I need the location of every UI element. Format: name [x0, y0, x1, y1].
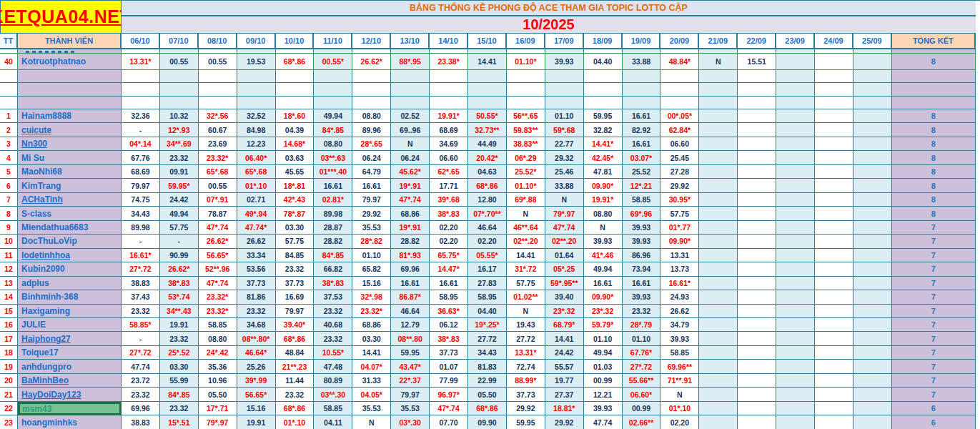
value-cell[interactable]: 12.23 [237, 137, 276, 151]
value-cell[interactable] [584, 83, 623, 96]
value-cell[interactable]: 02**.20 [545, 235, 584, 248]
value-cell[interactable] [738, 277, 776, 290]
value-cell[interactable] [623, 70, 661, 83]
value-cell[interactable]: 14.41 [545, 332, 584, 345]
value-cell[interactable]: 14.41 [352, 346, 391, 360]
value-cell[interactable] [699, 290, 738, 304]
value-cell[interactable]: 06.24 [352, 151, 391, 164]
value-cell[interactable]: 84.98 [237, 123, 276, 137]
value-cell[interactable]: 01***.40 [314, 165, 352, 179]
value-cell[interactable]: 47*.74 [199, 221, 237, 235]
row-number[interactable]: 16 [0, 318, 18, 332]
value-cell[interactable]: 28*.65 [352, 137, 391, 151]
date-column-header[interactable]: 19/09 [623, 34, 661, 48]
value-cell[interactable] [738, 318, 776, 332]
value-cell[interactable]: 68*.86 [276, 332, 315, 345]
row-number[interactable]: 23 [0, 415, 18, 429]
date-column-header[interactable]: 24/09 [815, 34, 853, 48]
value-cell[interactable]: 81.86 [237, 290, 276, 304]
value-cell[interactable]: 13.73 [660, 262, 699, 276]
value-cell[interactable] [699, 193, 738, 207]
value-cell[interactable]: 77.99 [430, 374, 468, 388]
value-cell[interactable] [776, 83, 815, 96]
member-name[interactable]: MaoNhi68 [18, 165, 122, 179]
value-cell[interactable] [815, 137, 853, 151]
member-name[interactable]: S-class [18, 207, 122, 220]
value-cell[interactable] [352, 70, 391, 83]
value-cell[interactable]: 16.61* [660, 277, 699, 290]
value-cell[interactable]: 03.30 [276, 221, 315, 235]
date-column-header[interactable]: 13/10 [391, 34, 430, 48]
value-cell[interactable]: 19.91* [584, 193, 623, 207]
value-cell[interactable] [237, 97, 276, 109]
value-cell[interactable] [776, 151, 815, 164]
value-cell[interactable]: 23.32 [623, 305, 661, 318]
value-cell[interactable]: 33.88 [623, 54, 661, 70]
value-cell[interactable] [853, 83, 892, 96]
value-cell[interactable]: 37.73 [237, 277, 276, 290]
value-cell[interactable]: 03.07* [623, 151, 661, 164]
value-cell[interactable]: 11.44 [276, 374, 315, 388]
value-cell[interactable]: 23.32 [276, 388, 315, 401]
value-cell[interactable]: 47.74 [122, 360, 160, 373]
value-cell[interactable] [853, 207, 892, 220]
value-cell[interactable] [853, 165, 892, 179]
value-cell[interactable]: 58.95 [430, 290, 468, 304]
value-cell[interactable] [853, 70, 892, 83]
member-name[interactable]: JULIE [18, 318, 122, 332]
value-cell[interactable]: 02.66** [623, 415, 661, 429]
value-cell[interactable]: 65.82 [352, 262, 391, 276]
value-cell[interactable]: 96.97* [430, 388, 468, 401]
value-cell[interactable]: 19.91 [160, 318, 199, 332]
value-cell[interactable]: 15.16 [237, 402, 276, 415]
value-cell[interactable]: 86.87* [391, 290, 430, 304]
value-cell[interactable]: 55.57 [545, 360, 584, 373]
value-cell[interactable] [545, 70, 584, 83]
value-cell[interactable]: 55.99 [160, 374, 199, 388]
value-cell[interactable]: 02.20 [430, 235, 468, 248]
value-cell[interactable]: 68.69 [430, 123, 468, 137]
value-cell[interactable]: 58.85 [199, 318, 237, 332]
value-cell[interactable]: 09.90 [468, 415, 507, 429]
value-cell[interactable] [738, 388, 776, 401]
value-cell[interactable]: 01.10* [507, 179, 545, 192]
value-cell[interactable]: 23.32 [122, 305, 160, 318]
value-cell[interactable] [237, 83, 276, 96]
value-cell[interactable]: - [122, 332, 160, 345]
value-cell[interactable] [699, 332, 738, 345]
member-column-header[interactable]: THÀNH VIÊN [18, 34, 122, 48]
row-number[interactable]: 20 [0, 374, 18, 388]
value-cell[interactable]: 19.77 [545, 374, 584, 388]
value-cell[interactable]: 17.71 [430, 179, 468, 192]
value-cell[interactable]: 09.90* [584, 179, 623, 192]
value-cell[interactable] [815, 193, 853, 207]
value-cell[interactable]: 09.90* [660, 235, 699, 248]
value-cell[interactable]: 65*.68 [237, 165, 276, 179]
value-cell[interactable]: 57.75 [160, 221, 199, 235]
total-cell[interactable]: 8 [892, 165, 976, 179]
value-cell[interactable]: 12.79 [391, 318, 430, 332]
value-cell[interactable]: 23.32* [199, 290, 237, 304]
value-cell[interactable]: 59*.68 [545, 123, 584, 137]
date-column-header[interactable]: 07/10 [160, 34, 199, 48]
date-column-header[interactable]: 17/09 [545, 34, 584, 48]
value-cell[interactable] [776, 332, 815, 345]
value-cell[interactable] [853, 290, 892, 304]
total-cell[interactable]: 7 [892, 235, 976, 248]
value-cell[interactable]: 29.92 [545, 415, 584, 429]
value-cell[interactable] [853, 277, 892, 290]
member-name[interactable]: BaMinhBeo [18, 374, 122, 388]
row-number[interactable]: 7 [0, 193, 18, 207]
value-cell[interactable] [853, 360, 892, 373]
row-number[interactable]: 12 [0, 262, 18, 276]
value-cell[interactable]: 08**.80 [391, 332, 430, 345]
value-cell[interactable]: 74.75 [122, 193, 160, 207]
value-cell[interactable]: 78.87 [199, 207, 237, 220]
value-cell[interactable]: 81.83 [468, 360, 507, 373]
value-cell[interactable]: 08.80 [314, 137, 352, 151]
value-cell[interactable]: 39.93 [660, 332, 699, 345]
value-cell[interactable]: 69.96** [660, 360, 699, 373]
value-cell[interactable]: 32.73** [468, 123, 507, 137]
value-cell[interactable] [276, 83, 315, 96]
value-cell[interactable]: 06.24 [391, 151, 430, 164]
